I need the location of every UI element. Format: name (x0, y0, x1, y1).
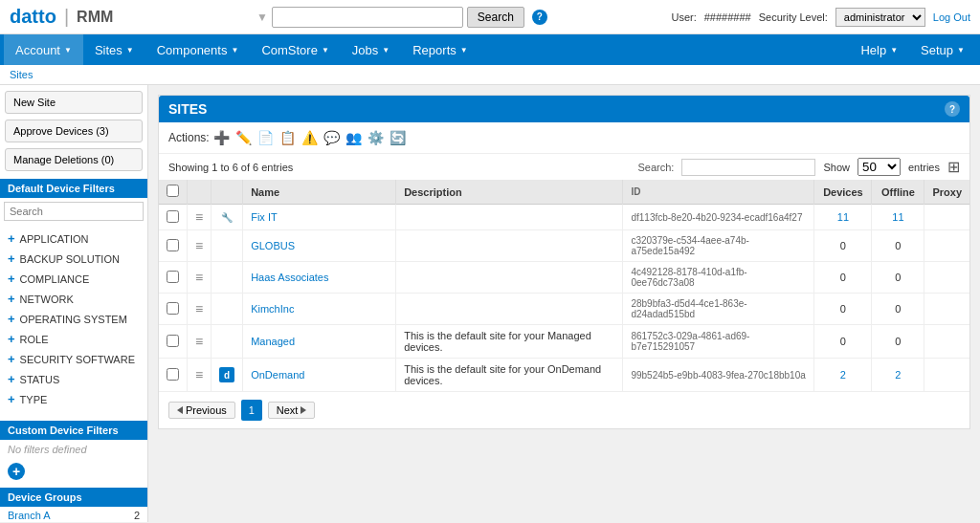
offline-count-link[interactable]: 2 (895, 369, 901, 381)
select-all-checkbox[interactable] (167, 185, 179, 197)
nav-bar: Account ▼ Sites ▼ Components ▼ ComStore … (0, 34, 980, 65)
action-icon-3[interactable]: 📄 (256, 128, 276, 147)
nav-jobs[interactable]: Jobs ▼ (341, 34, 401, 65)
filter-role[interactable]: +ROLE (0, 329, 147, 349)
row-offline-cell: 0 (872, 325, 924, 359)
nav-comstore-caret: ▼ (322, 46, 329, 54)
devices-count-link[interactable]: 11 (837, 211, 849, 223)
row-checkbox[interactable] (167, 335, 179, 347)
nav-sites[interactable]: Sites ▼ (83, 34, 145, 65)
show-entries-select[interactable]: 50 25 100 (858, 158, 901, 176)
filter-backup-plus: + (8, 251, 15, 266)
site-name-link[interactable]: Haas Associates (251, 272, 328, 283)
row-checkbox-cell (159, 294, 188, 325)
actions-label: Actions: (168, 131, 210, 144)
security-level-select[interactable]: administrator (835, 8, 925, 27)
action-icon-1[interactable]: ➕ (212, 128, 232, 147)
device-group-branch-a[interactable]: Branch A 2 (0, 507, 147, 522)
action-icon-4[interactable]: 📋 (278, 128, 298, 147)
table-row: ≡ Managed This is the default site for y… (159, 325, 969, 359)
nav-comstore[interactable]: ComStore ▼ (250, 34, 340, 65)
action-icon-9[interactable]: 🔄 (389, 128, 408, 147)
row-id-cell: c320379e-c534-4aee-a74b-a75ede15a492 (623, 230, 814, 262)
filter-application[interactable]: +APPLICATION (0, 229, 147, 249)
prev-page-icon (177, 406, 183, 414)
action-icon-8[interactable]: ⚙️ (367, 128, 386, 147)
grid-view-icon[interactable]: ⊞ (947, 158, 960, 176)
search-help-icon[interactable]: ? (532, 10, 547, 25)
th-description: Description (396, 180, 623, 205)
row-offline-cell: 0 (872, 230, 924, 262)
nav-reports[interactable]: Reports ▼ (401, 34, 479, 65)
filter-security-plus: + (8, 352, 15, 366)
add-custom-filter-button[interactable]: + (8, 463, 25, 480)
row-checkbox[interactable] (167, 239, 179, 251)
th-name[interactable]: Name (243, 180, 396, 205)
device-groups-section: Device Groups Branch A 2 + (0, 488, 147, 522)
top-header: datto | RMM ▼ Search ? User: ######## Se… (0, 0, 980, 34)
breadcrumb[interactable]: Sites (0, 65, 980, 85)
search-dropdown-icon[interactable]: ▼ (256, 11, 268, 24)
row-checkbox[interactable] (167, 271, 179, 283)
filter-security-software[interactable]: +SECURITY SOFTWARE (0, 349, 147, 369)
default-filters-header: Default Device Filters (0, 179, 147, 198)
site-name-link[interactable]: GLOBUS (251, 240, 295, 251)
nav-setup[interactable]: Setup ▼ (909, 34, 976, 65)
row-menu-icon[interactable]: ≡ (195, 238, 203, 253)
row-id-cell: df113fcb-8e20-4b20-9234-ecadf16a4f27 (623, 205, 814, 230)
filters-search-input[interactable] (4, 202, 144, 221)
row-description-cell: This is the default site for your OnDema… (396, 359, 623, 392)
row-checkbox[interactable] (167, 302, 179, 315)
filter-operating-system[interactable]: +OPERATING SYSTEM (0, 309, 147, 329)
action-icon-2[interactable]: ✏️ (234, 128, 254, 147)
row-menu-icon[interactable]: ≡ (195, 367, 203, 382)
filter-status-plus: + (8, 372, 15, 386)
row-menu-icon[interactable]: ≡ (195, 301, 203, 316)
filter-os-plus: + (8, 312, 15, 326)
site-name-link[interactable]: Managed (251, 336, 295, 347)
search-button[interactable]: Search (467, 7, 524, 28)
action-icon-6[interactable]: 💬 (323, 128, 342, 147)
row-id-cell: 28b9bfa3-d5d4-4ce1-863e-d24adad515bd (623, 294, 814, 325)
table-search-input[interactable] (681, 159, 815, 176)
filter-status[interactable]: +STATUS (0, 369, 147, 389)
row-menu-cell: ≡ (188, 359, 212, 392)
nav-account[interactable]: Account ▼ (4, 34, 83, 65)
site-name-link[interactable]: OnDemand (251, 369, 304, 381)
row-checkbox[interactable] (167, 210, 179, 223)
devices-count-link[interactable]: 2 (840, 369, 846, 381)
offline-count-link[interactable]: 11 (892, 211, 903, 223)
filter-type[interactable]: +TYPE (0, 389, 147, 409)
row-checkbox[interactable] (167, 368, 179, 381)
prev-page-button[interactable]: Previous (168, 402, 235, 419)
row-name-cell: Haas Associates (243, 262, 396, 294)
action-icon-7[interactable]: 👥 (345, 128, 364, 147)
no-filters-text: No filters defined (0, 440, 147, 459)
sites-panel-header: SITES ? (159, 96, 969, 122)
row-proxy-cell (924, 294, 969, 325)
current-page[interactable]: 1 (241, 400, 262, 421)
approve-devices-button[interactable]: Approve Devices (3) (5, 120, 143, 142)
nav-components-caret: ▼ (231, 46, 238, 54)
sites-title: SITES (168, 101, 207, 117)
row-menu-icon[interactable]: ≡ (195, 270, 203, 285)
action-icon-5[interactable]: ⚠️ (301, 128, 320, 147)
logout-link[interactable]: Log Out (933, 11, 970, 23)
manage-deletions-button[interactable]: Manage Deletions (0) (5, 148, 143, 171)
nav-help[interactable]: Help ▼ (849, 34, 909, 65)
row-menu-icon[interactable]: ≡ (195, 209, 203, 225)
filter-compliance[interactable]: +COMPLIANCE (0, 269, 147, 289)
nav-components[interactable]: Components ▼ (145, 34, 251, 65)
new-site-button[interactable]: New Site (5, 91, 143, 114)
filter-backup-solution[interactable]: +BACKUP SOLUTION (0, 249, 147, 269)
site-name-link[interactable]: Fix IT (251, 211, 278, 223)
next-page-button[interactable]: Next (268, 402, 316, 419)
site-name-link[interactable]: KimchInc (251, 303, 294, 315)
row-menu-cell: ≡ (188, 294, 212, 325)
row-menu-icon[interactable]: ≡ (195, 334, 203, 349)
filter-network[interactable]: +NETWORK (0, 289, 147, 309)
nav-right: Help ▼ Setup ▼ (849, 34, 976, 65)
row-name-cell: GLOBUS (243, 230, 396, 262)
sites-help-icon[interactable]: ? (945, 101, 960, 117)
search-input[interactable] (272, 7, 463, 28)
